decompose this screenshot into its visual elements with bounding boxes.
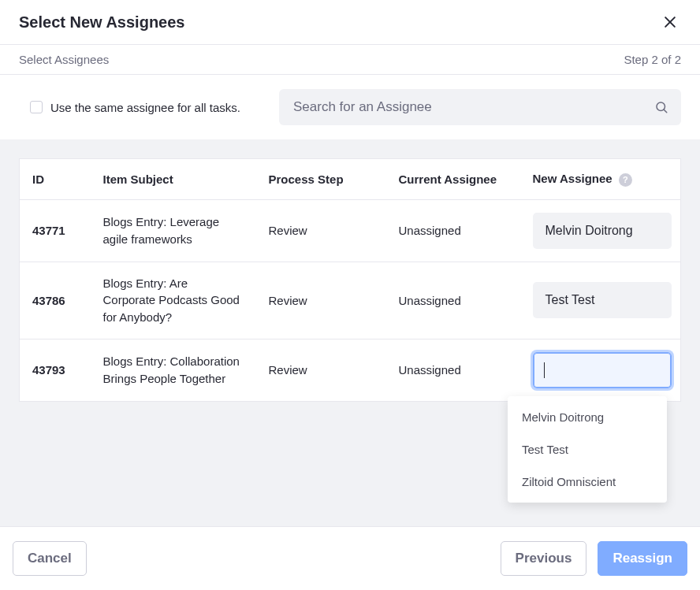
table-area: ID Item Subject Process Step Current Ass… — [0, 139, 700, 526]
cell-id: 43771 — [20, 199, 91, 262]
controls-row: Use the same assignee for all tasks. — [0, 75, 700, 139]
text-caret-icon — [544, 362, 545, 378]
modal-title: Select New Assignees — [19, 13, 184, 32]
modal-select-new-assignees: Select New Assignees Select Assignees St… — [0, 0, 700, 590]
assignee-dropdown: Melvin Doitrong Test Test Ziltoid Omnisc… — [508, 396, 667, 503]
dropdown-option[interactable]: Melvin Doitrong — [508, 401, 667, 433]
reassign-button[interactable]: Reassign — [598, 541, 687, 576]
table-row: 43786 Blogs Entry: Are Corporate Podcast… — [20, 262, 681, 339]
col-header-current: Current Assignee — [386, 159, 520, 200]
same-assignee-checkbox-wrap[interactable]: Use the same assignee for all tasks. — [30, 101, 240, 114]
cell-subject: Blogs Entry: Leverage agile frameworks — [91, 199, 256, 262]
dropdown-option[interactable]: Test Test — [508, 433, 667, 466]
col-header-subject: Item Subject — [91, 159, 256, 200]
dropdown-option[interactable]: Ziltoid Omniscient — [508, 466, 667, 498]
cell-subject: Blogs Entry: Collaboration Brings People… — [91, 339, 256, 401]
cell-current: Unassigned — [386, 199, 520, 262]
cell-step: Review — [256, 199, 386, 262]
checkbox-icon[interactable] — [30, 101, 43, 113]
assignees-table: ID Item Subject Process Step Current Ass… — [19, 158, 681, 402]
step-progress: Step 2 of 2 — [624, 53, 681, 66]
cell-subject: Blogs Entry: Are Corporate Podcasts Good… — [91, 262, 256, 339]
cell-new: Melvin Doitrong — [520, 199, 681, 262]
table-row: 43793 Blogs Entry: Collaboration Brings … — [20, 339, 681, 401]
previous-button[interactable]: Previous — [501, 541, 587, 576]
step-name: Select Assignees — [19, 53, 109, 66]
svg-line-3 — [664, 109, 667, 113]
table-header-row: ID Item Subject Process Step Current Ass… — [20, 159, 681, 200]
cancel-button[interactable]: Cancel — [13, 541, 87, 576]
close-icon — [662, 14, 678, 30]
col-header-new-label: New Assignee — [533, 172, 612, 185]
close-button[interactable] — [659, 11, 681, 33]
search-icon[interactable] — [654, 100, 668, 114]
cell-new — [520, 339, 681, 401]
new-assignee-select[interactable]: Melvin Doitrong — [533, 213, 672, 249]
step-bar: Select Assignees Step 2 of 2 — [0, 45, 700, 75]
table-row: 43771 Blogs Entry: Leverage agile framew… — [20, 199, 681, 262]
modal-header: Select New Assignees — [0, 0, 700, 45]
cell-current: Unassigned — [386, 339, 520, 401]
cell-id: 43793 — [20, 339, 91, 401]
col-header-id: ID — [20, 159, 91, 200]
new-assignee-input-wrap — [533, 352, 668, 388]
new-assignee-value: Test Test — [545, 293, 595, 307]
cell-new: Test Test — [520, 262, 681, 339]
table-area-inner: ID Item Subject Process Step Current Ass… — [19, 158, 681, 402]
help-icon[interactable]: ? — [619, 173, 632, 187]
new-assignee-select[interactable]: Test Test — [533, 282, 672, 318]
cell-step: Review — [256, 262, 386, 339]
col-header-new: New Assignee ? — [520, 159, 681, 200]
search-wrap — [279, 89, 681, 125]
modal-footer: Cancel Previous Reassign — [0, 526, 700, 590]
new-assignee-input[interactable] — [533, 352, 672, 388]
cell-id: 43786 — [20, 262, 91, 339]
cell-current: Unassigned — [386, 262, 520, 339]
same-assignee-label: Use the same assignee for all tasks. — [50, 101, 240, 114]
cell-step: Review — [256, 339, 386, 401]
col-header-step: Process Step — [256, 159, 386, 200]
search-input[interactable] — [279, 89, 681, 125]
new-assignee-value: Melvin Doitrong — [545, 224, 633, 238]
